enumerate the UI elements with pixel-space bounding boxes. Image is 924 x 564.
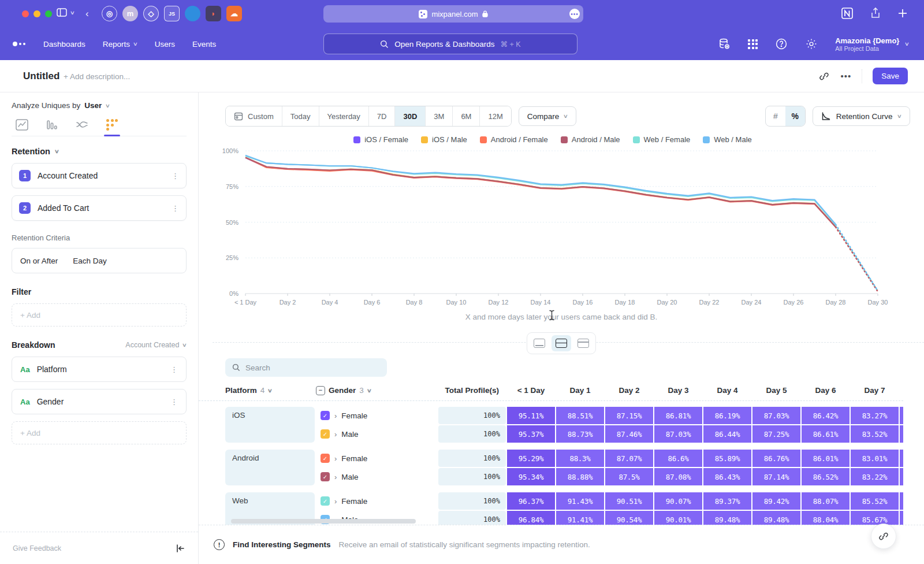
retention-value-cell[interactable]: 86.43% [703, 468, 751, 485]
notion-tab-icon[interactable] [841, 7, 854, 20]
cube-icon[interactable]: ◇ [143, 6, 159, 21]
share-icon[interactable] [870, 7, 881, 20]
retention-value-cell[interactable]: 90.54% [605, 511, 653, 525]
global-search-input[interactable]: Open Reports & Dashboards ⌘ + K [323, 34, 578, 54]
legend-item[interactable]: Web / Male [703, 135, 752, 144]
collapse-sidebar-icon[interactable] [175, 544, 185, 553]
horizontal-scrollbar[interactable] [231, 519, 416, 524]
retention-value-cell[interactable]: 86.61% [802, 425, 850, 443]
legend-item[interactable]: Android / Male [561, 135, 620, 144]
retention-value-cell-clipped[interactable] [900, 407, 903, 424]
soundcloud-icon[interactable]: ☁ [226, 6, 242, 21]
legend-item[interactable]: iOS / Female [353, 135, 408, 144]
retention-value-cell[interactable]: 86.52% [802, 468, 850, 485]
nav-item-dashboards[interactable]: Dashboards [43, 40, 85, 49]
column-header-total[interactable]: Total Profile(s) [438, 386, 506, 395]
compare-button[interactable]: Compare ∨ [519, 106, 576, 126]
retention-value-cell[interactable]: 83.52% [851, 425, 899, 443]
retention-value-cell[interactable]: 86.01% [802, 450, 850, 467]
retention-value-cell[interactable]: 83.22% [851, 468, 899, 485]
retention-section-title[interactable]: Retention [12, 147, 50, 156]
retention-value-cell[interactable]: 87.03% [752, 407, 800, 424]
copy-link-icon[interactable] [818, 70, 830, 82]
retention-value-cell[interactable]: 86.76% [752, 450, 800, 467]
retention-value-cell[interactable]: 85.52% [851, 492, 899, 510]
save-button[interactable]: Save [873, 68, 908, 84]
retention-value-cell[interactable]: 88.88% [556, 468, 604, 485]
retention-line-chart[interactable]: 0%25%50%75%100%< 1 DayDay 2Day 4Day 6Day… [199, 146, 924, 312]
column-header-day[interactable]: Day 1 [556, 386, 604, 395]
retention-value-cell[interactable]: 86.6% [654, 450, 702, 467]
minimize-window-button[interactable] [33, 10, 40, 17]
nav-item-users[interactable]: Users [155, 40, 175, 49]
indeterminate-checkbox[interactable]: − [316, 386, 325, 395]
retention-value-cell[interactable]: 95.34% [507, 468, 555, 485]
retention-step-2[interactable]: 2 Added To Cart ⋮ [12, 195, 187, 221]
value-mode-toggle[interactable]: # % [765, 106, 806, 127]
retention-value-cell[interactable]: 89.42% [752, 492, 800, 510]
retention-value-cell[interactable]: 86.81% [654, 407, 702, 424]
nav-items[interactable]: DashboardsReports∨UsersEvents [43, 40, 216, 49]
series-checkbox[interactable]: ✓ [321, 454, 330, 463]
expand-row-icon[interactable]: › [334, 411, 337, 420]
breakdown-platform[interactable]: Aa Platform ⋮ [12, 357, 187, 382]
retention-value-cell[interactable]: 90.07% [654, 492, 702, 510]
percent-mode-button[interactable]: % [785, 106, 805, 126]
retention-value-cell[interactable]: 85.67% [851, 511, 899, 525]
close-window-button[interactable] [22, 10, 29, 17]
retention-value-cell[interactable]: 88.07% [802, 492, 850, 510]
gender-cell[interactable]: ✓›Female [316, 450, 437, 467]
extension-icons[interactable]: ◎m◇JS◗☁ [102, 6, 242, 21]
retention-value-cell[interactable]: 87.08% [654, 468, 702, 485]
add-filter-button[interactable]: + Add [12, 303, 187, 326]
retention-value-cell[interactable]: 90.51% [605, 492, 653, 510]
project-switcher[interactable]: Amazonia {Demo} All Project Data ∨ [835, 36, 909, 52]
breakdown-property-name[interactable]: Gender [37, 397, 163, 406]
retention-value-cell[interactable]: 89.48% [703, 511, 751, 525]
retention-value-cell[interactable]: 87.03% [654, 425, 702, 443]
retention-value-cell[interactable]: 87.15% [605, 407, 653, 424]
retention-value-cell[interactable]: 89.48% [752, 511, 800, 525]
retention-value-cell[interactable]: 87.5% [605, 468, 653, 485]
series-checkbox[interactable]: ✓ [321, 496, 330, 506]
date-range-selector[interactable]: CustomTodayYesterday7D30D3M6M12M [225, 106, 512, 127]
retention-value-cell[interactable]: 85.89% [703, 450, 751, 467]
add-breakdown-button[interactable]: + Add [12, 421, 187, 444]
retention-value-cell[interactable]: 87.14% [752, 468, 800, 485]
gender-cell[interactable]: ✓›Female [316, 407, 437, 424]
retention-value-cell[interactable]: 95.11% [507, 407, 555, 424]
data-management-icon[interactable] [718, 38, 731, 50]
retention-value-cell[interactable]: 88.51% [556, 407, 604, 424]
back-button[interactable]: ‹ [85, 8, 89, 20]
range-yesterday[interactable]: Yesterday [319, 106, 369, 126]
zoom-window-button[interactable] [45, 10, 52, 17]
range-custom[interactable]: Custom [226, 106, 282, 126]
range-7d[interactable]: 7D [369, 106, 396, 126]
kebab-menu-icon[interactable]: ⋮ [172, 204, 179, 213]
retention-value-cell-clipped[interactable] [900, 511, 903, 525]
retention-value-cell[interactable]: 86.44% [703, 425, 751, 443]
nav-item-reports[interactable]: Reports∨ [103, 40, 137, 49]
tab-funnels[interactable] [43, 119, 61, 136]
share-link-fab[interactable] [871, 524, 896, 549]
nav-item-events[interactable]: Events [192, 40, 216, 49]
criteria-each-day[interactable]: Each Day [73, 257, 107, 265]
retention-value-cell[interactable]: 91.41% [556, 511, 604, 525]
retention-value-cell-clipped[interactable] [900, 468, 903, 485]
avatar-m-icon[interactable]: m [122, 6, 138, 21]
retention-value-cell[interactable]: 89.37% [703, 492, 751, 510]
tab-retention[interactable] [103, 119, 121, 136]
settings-gear-icon[interactable] [805, 38, 818, 50]
report-title[interactable]: Untitled [23, 70, 59, 82]
breakdown-property-name[interactable]: Platform [37, 365, 163, 374]
expand-row-icon[interactable]: › [334, 454, 337, 463]
red-extension-icon[interactable]: ◗ [206, 6, 221, 21]
column-header-day[interactable]: Day 2 [605, 386, 653, 395]
kebab-menu-icon[interactable]: ⋮ [170, 398, 178, 406]
legend-item[interactable]: iOS / Male [421, 135, 467, 144]
mixpanel-logo-icon[interactable] [13, 42, 25, 46]
range-6m[interactable]: 6M [453, 106, 480, 126]
retention-value-cell[interactable]: 87.07% [605, 450, 653, 467]
breakdown-gender[interactable]: Aa Gender ⋮ [12, 389, 187, 414]
absolute-mode-button[interactable]: # [766, 106, 785, 126]
